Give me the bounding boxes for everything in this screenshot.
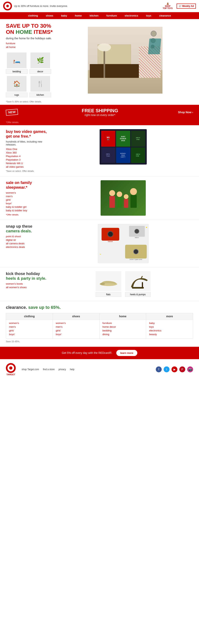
nav-item-clearance[interactable]: clearance <box>155 12 175 19</box>
hero-link-furniture[interactable]: furniture <box>6 42 57 45</box>
clearance-col-home: home furniture home decor bedding dining <box>100 313 146 338</box>
clearance-more-toys[interactable]: toys <box>149 325 190 328</box>
twitter-icon[interactable]: t <box>164 366 170 372</box>
clearance-col-more: more baby toys electronics beauty <box>146 313 193 338</box>
hero-title: SAVE UP TO 30% ON HOME ITEMS* <box>6 23 57 35</box>
shipping-offer-link[interactable]: *Offer details. <box>6 121 19 124</box>
clearance-shoes-womens[interactable]: women's <box>56 322 96 324</box>
clearance-clothing-girls[interactable]: girls' <box>9 329 50 332</box>
footer-link-store[interactable]: find a store <box>43 368 55 371</box>
nav-item-furniture[interactable]: furniture <box>102 12 121 19</box>
sleepwear-right <box>53 180 193 216</box>
footer-link-help[interactable]: help <box>70 368 74 371</box>
clearance-shoes-girls[interactable]: girls' <box>56 329 96 332</box>
clearance-clothing-womens[interactable]: women's <box>9 322 50 324</box>
shop-now-button[interactable]: Shop Now › <box>178 111 193 114</box>
cameras-inner: snap up thesecamera deals. point & shoot… <box>6 224 193 263</box>
sleepwear-title-text: sale on familysleepwear.* <box>6 180 32 190</box>
sleepwear-section: sale on familysleepwear.* women's men's … <box>0 176 199 220</box>
product-kitchen[interactable]: 🍴 kitchen <box>29 76 51 97</box>
top-banner-right: 🧸 SHOP TOP TOYS 📰 Weekly Ad <box>163 2 196 10</box>
link-baby-girl-sleep[interactable]: baby & toddler girl <box>6 206 49 208</box>
shop-icon: 🧸 <box>166 2 169 5</box>
hero-title-line1: SAVE UP TO 30% <box>6 23 57 29</box>
link-all-womens-shoes[interactable]: all women's shoes <box>6 286 49 289</box>
new-badge: NEW <box>6 109 18 116</box>
nav-item-clothing[interactable]: clothing <box>24 12 42 19</box>
shoes-images: flats heels & pumps <box>96 271 151 297</box>
room-lamp-shade <box>98 44 111 51</box>
shoe-flats[interactable]: flats <box>96 271 121 297</box>
learn-more-button[interactable]: learn more <box>116 350 137 356</box>
nav-item-baby[interactable]: baby <box>57 12 71 19</box>
shoe-heels[interactable]: heels & pumps <box>125 271 151 297</box>
clearance-home-decor[interactable]: home decor <box>103 325 143 328</box>
link-all-video-games[interactable]: all video games <box>6 165 49 168</box>
hero-link-all-home[interactable]: all home <box>6 46 57 48</box>
link-all-camera[interactable]: all camera deals <box>6 242 49 245</box>
link-digital-slr[interactable]: digital slr <box>6 238 49 242</box>
nav-item-electronics[interactable]: electronics <box>121 12 142 19</box>
link-xbox-360[interactable]: Xbox 360 <box>6 151 49 154</box>
link-womens-boots[interactable]: women's boots <box>6 282 49 285</box>
product-bedding[interactable]: 🛏️ bedding <box>6 52 27 74</box>
sleepwear-offer-link[interactable]: *Offer details. <box>6 214 19 216</box>
link-ps3[interactable]: Playstation 3 <box>6 158 49 161</box>
link-men-sleep[interactable]: men's <box>6 195 49 198</box>
link-wii-u[interactable]: Nintendo Wii U <box>6 162 49 165</box>
product-rugs[interactable]: 🏠 rugs <box>6 76 27 97</box>
hero-left: SAVE UP TO 30% ON HOME ITEMS* during the… <box>6 23 57 97</box>
games-image: Wii🎮 JUSTDANCE2015 XBOXONE DES-TINY ASSA… <box>100 129 147 164</box>
head-1 <box>109 190 115 196</box>
ac-icon: ASSAS-SINSUNITY <box>120 152 126 158</box>
xbox-icon: JUSTDANCE2015 <box>120 136 126 142</box>
decor-icon: 🌿 <box>30 52 50 68</box>
clearance-clothing-mens[interactable]: men's <box>9 325 50 328</box>
hero-title-line2: ON HOME ITEMS* <box>6 29 53 35</box>
shipping-sub-text: right now on every order* <box>22 114 178 116</box>
just-dance-cover: JUSTDANCE2015 <box>116 131 130 147</box>
sleepwear-left: sale on familysleepwear.* women's men's … <box>6 180 49 216</box>
clearance-home-dining[interactable]: dining <box>103 333 143 336</box>
pinterest-icon[interactable]: P <box>179 366 185 372</box>
video-games-desc: hundreds of titles, including new releas… <box>6 140 49 146</box>
footer-link-shop[interactable]: shop Target.com <box>22 368 39 371</box>
redcard-text: Get 5% off every day with the REDcard®. <box>62 351 113 354</box>
link-xbox-one[interactable]: Xbox One <box>6 148 49 150</box>
hero-links: furniture all home <box>6 42 57 48</box>
youtube-icon[interactable]: ▶ <box>172 366 177 372</box>
clearance-home-furniture[interactable]: furniture <box>103 322 143 324</box>
link-ps4[interactable]: Playstation 4 <box>6 155 49 158</box>
nav-item-home[interactable]: home <box>71 12 86 19</box>
video-games-disclaimer: *Save on select. Offer details. <box>6 170 49 172</box>
wii-icon: Wii🎮 <box>107 136 110 141</box>
head-3 <box>124 194 129 199</box>
product-decor[interactable]: 🌿 decor <box>29 52 51 74</box>
instagram-icon[interactable]: 📷 <box>187 366 193 372</box>
link-electronics-deals[interactable]: electronics deals <box>6 246 49 248</box>
kitchen-icon: 🍴 <box>30 76 50 92</box>
shop-top-toys-link[interactable]: 🧸 SHOP TOP TOYS <box>163 2 173 10</box>
link-point-shoot[interactable]: point & shoot <box>6 235 49 238</box>
clearance-more-electronics[interactable]: electronics <box>149 329 190 332</box>
facebook-icon[interactable]: f <box>156 366 162 372</box>
nav-item-kitchen[interactable]: kitchen <box>86 12 103 19</box>
clearance-clothing-boys[interactable]: boys' <box>9 333 50 336</box>
nav-item-shoes[interactable]: shoes <box>42 12 57 19</box>
link-baby-boy-sleep[interactable]: baby & toddler boy <box>6 209 49 212</box>
nav-item-toys[interactable]: toys <box>142 12 155 19</box>
clearance-home-bedding[interactable]: bedding <box>103 329 143 332</box>
link-women-sleep[interactable]: women's <box>6 191 49 194</box>
clearance-shoes-mens[interactable]: men's <box>56 325 96 328</box>
clearance-shoes-boys[interactable]: boys' <box>56 333 96 336</box>
cameras-right: Canon Nikon SONY Cyber-shot ✦ <box>53 224 193 263</box>
link-girls-sleep[interactable]: girls' <box>6 198 49 201</box>
shoes-title-text: kick those holidayheels & party in style… <box>6 272 46 280</box>
shipping-text: FREE SHIPPING right now on every order* <box>22 108 178 116</box>
weekly-ad-button[interactable]: 📰 Weekly Ad <box>177 4 196 9</box>
footer-link-privacy[interactable]: privacy <box>58 368 66 371</box>
clearance-more-baby[interactable]: baby <box>149 322 190 324</box>
link-boys-sleep[interactable]: boys' <box>6 202 49 205</box>
heel-shoe-svg <box>125 271 151 291</box>
clearance-more-beauty[interactable]: beauty <box>149 333 190 336</box>
